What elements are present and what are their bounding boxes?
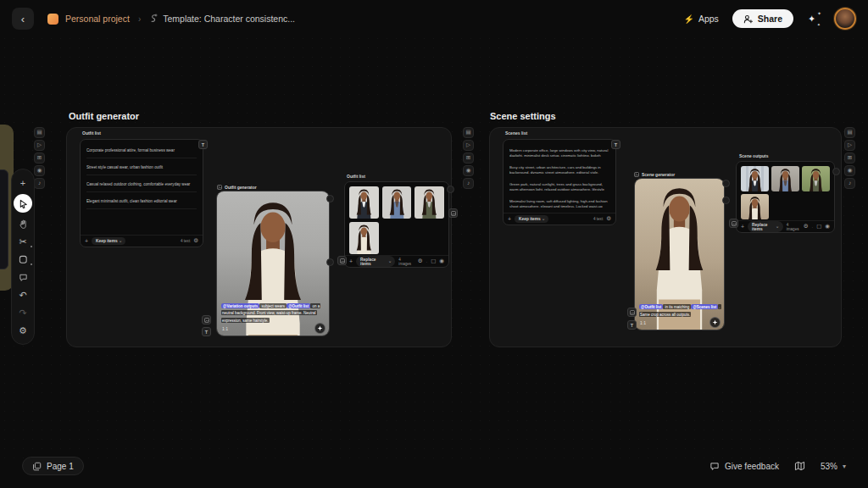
outfit-generator-node[interactable]: @Variation outputs subject wears @Outfit… [216,191,330,336]
add-video-node-button[interactable]: ▷ [844,140,855,151]
mention-pill[interactable]: @Scenes list [691,304,718,309]
mention-pill[interactable]: @Outfit list [639,304,663,309]
image-count: 4 images [398,258,414,266]
add-item-button[interactable]: + [85,238,88,244]
hand-icon [19,219,28,229]
prompt-editor[interactable]: @Variation outputs subject wears @Outfit… [221,302,326,324]
gear-icon[interactable]: ⚙ [804,224,809,230]
text-input-port[interactable]: T [627,320,637,330]
comment-tool-button[interactable] [14,270,31,284]
pan-tool-button[interactable] [14,217,31,230]
add-grid-node-button[interactable]: ⊞ [463,152,474,164]
add-item-button[interactable]: + [508,216,511,222]
output-image[interactable] [415,186,444,219]
node-handle[interactable] [326,195,334,202]
add-tool-button[interactable]: + [14,176,31,190]
keep-items-dropdown[interactable]: Keep items › [92,237,125,245]
undo-button[interactable]: ↶ [14,288,31,302]
replace-items-dropdown[interactable]: Replace items › [356,256,395,267]
add-audio-node-button[interactable]: ♪ [34,178,45,189]
list-item[interactable]: Minimalist living room, soft diffused li… [509,196,609,208]
output-image[interactable] [771,166,799,191]
redo-button[interactable]: ↷ [14,306,31,319]
select-tool-button[interactable] [14,194,32,213]
generate-button[interactable] [709,317,721,328]
output-image[interactable] [349,186,379,219]
scene-outputs-node[interactable]: + Replace items › 4 images ⚙ · ▢ ◉ [736,161,835,233]
section-title-scene[interactable]: Scene settings [490,111,556,121]
gear-icon[interactable]: ⚙ [193,238,198,244]
share-button[interactable]: Share [732,9,793,28]
list-item[interactable]: Casual relaxed outdoor clothing, comfort… [86,179,197,192]
image-output-port[interactable] [448,208,458,218]
add-image-node-button[interactable]: ▤ [463,127,474,138]
list-item[interactable]: Busy city street, urban architecture, ca… [509,162,609,174]
add-grid-node-button[interactable]: ⊞ [844,152,855,164]
node-handle[interactable] [722,180,730,187]
gear-icon[interactable]: ⚙ [606,216,611,222]
image-input-port[interactable] [627,308,637,317]
apps-button[interactable]: ⚡ Apps [683,14,718,24]
back-button[interactable]: ‹ [12,8,34,30]
frame-icon[interactable]: ▢ [816,224,821,230]
output-image[interactable] [741,166,769,191]
scenes-list-node[interactable]: Modern corporate office, large windows w… [503,139,616,225]
frame-icon[interactable]: ▢ [431,258,436,264]
replace-items-dropdown[interactable]: Replace items › [748,221,783,232]
node-handle[interactable] [447,186,454,193]
add-video-node-button[interactable]: ▷ [34,140,45,151]
image-input-port[interactable] [337,256,347,265]
node-handle[interactable] [722,197,730,204]
workflow-canvas[interactable]: Outfit generator Scene settings ▤ ▷ ⊞ ◉ … [0,0,868,488]
add-image-node-button[interactable]: ▤ [844,127,855,138]
mention-pill[interactable]: @Outfit list [287,303,310,308]
list-item[interactable]: Elegant minimalist outfit, clean fashion… [86,196,197,209]
output-image[interactable] [382,186,412,219]
keep-items-dropdown[interactable]: Keep items › [515,215,548,223]
breadcrumb-project[interactable]: Personal project [65,14,130,24]
give-feedback-button[interactable]: Give feedback [709,462,779,471]
node-handle[interactable] [326,258,334,266]
settings-button[interactable]: ⚙ [14,324,31,337]
add-3d-node-button[interactable]: ◉ [34,165,45,176]
text-input-port[interactable]: T [202,327,211,336]
generate-button[interactable] [314,323,326,334]
mention-pill[interactable]: @Variation outputs [221,303,259,308]
text-output-port[interactable]: T [198,140,208,149]
shape-tool-button[interactable] [14,252,31,266]
add-image-node-button[interactable]: ▤ [34,127,45,138]
add-item-button[interactable]: + [741,224,744,230]
scene-generator-node[interactable]: @Outfit list in its matching @Scenes lis… [634,178,725,330]
record-icon[interactable]: ◉ [825,224,830,230]
add-3d-node-button[interactable]: ◉ [463,165,474,176]
add-grid-node-button[interactable]: ⊞ [34,152,45,164]
ai-sparkles-button[interactable]: ✦ ✦ ✦ [807,12,821,25]
page-selector[interactable]: Page 1 [22,457,84,475]
person-figure [771,166,799,191]
section-title-outfit[interactable]: Outfit generator [69,111,139,121]
node-handle[interactable] [832,168,840,175]
list-item[interactable]: Green park, natural sunlight, trees and … [509,179,609,191]
list-item[interactable]: Street style casual wear, urban fashion … [86,162,197,175]
list-item[interactable]: Corporate professional attire, formal bu… [86,145,197,158]
list-item[interactable]: Modern corporate office, large windows w… [509,145,609,157]
add-3d-node-button[interactable]: ◉ [844,165,855,176]
add-video-node-button[interactable]: ▷ [463,140,474,151]
minimap-button[interactable] [794,461,805,471]
outfit-outputs-node[interactable]: + Replace items › 4 images ⚙ · ▢ ◉ [344,181,449,268]
add-item-button[interactable]: + [349,258,353,264]
record-icon[interactable]: ◉ [439,258,444,264]
zoom-control[interactable]: 53% ▾ [821,462,846,471]
add-audio-node-button[interactable]: ♪ [844,178,855,189]
add-audio-node-button[interactable]: ♪ [463,178,474,189]
output-image[interactable] [349,222,379,254]
image-input-port[interactable] [729,219,738,228]
text-output-port[interactable]: T [611,140,620,149]
user-avatar[interactable] [834,8,856,30]
image-input-port[interactable] [202,315,211,324]
outfit-list-node[interactable]: Corporate professional attire, formal bu… [80,139,203,247]
output-image[interactable] [741,194,769,219]
cut-tool-button[interactable]: ✂ [14,235,31,248]
gear-icon[interactable]: ⚙ [418,258,423,264]
output-image[interactable] [802,166,830,191]
